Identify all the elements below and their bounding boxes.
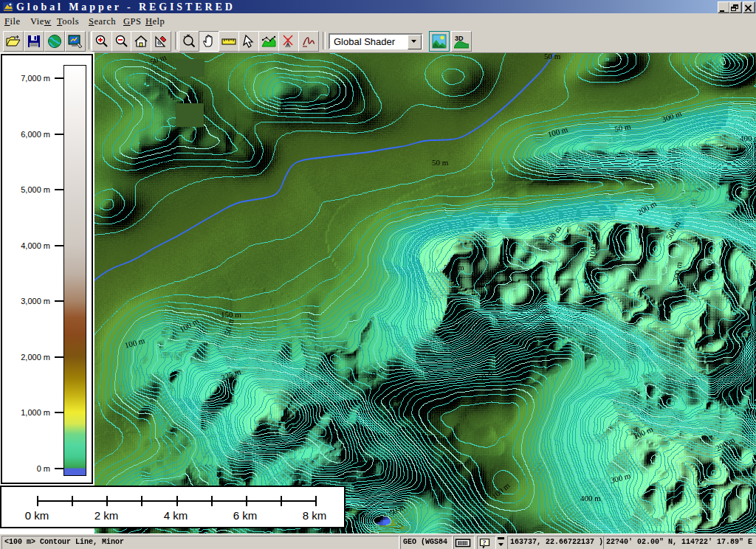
svg-text:3D: 3D [455, 35, 464, 42]
svg-text:?: ? [483, 539, 487, 547]
